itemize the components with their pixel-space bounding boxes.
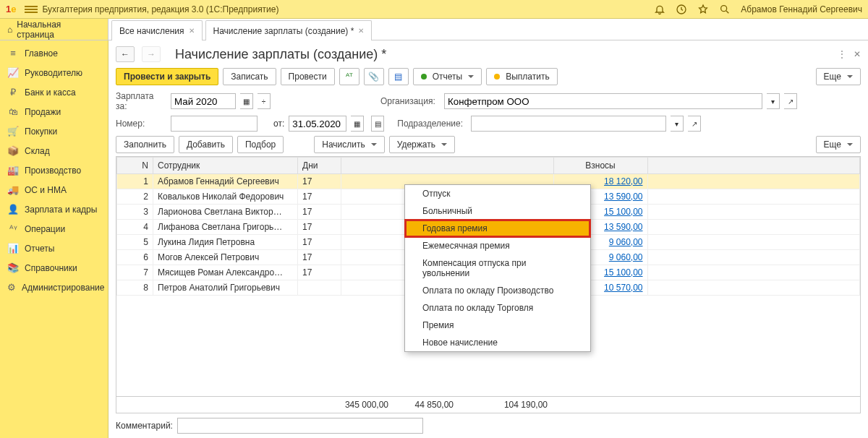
sidebar-item[interactable]: 🏭Производство [0,160,108,180]
pick-button[interactable]: Подбор [237,136,284,153]
cell-tail [647,250,860,265]
sidebar-icon: 🛍 [7,106,19,117]
logo-1c: 1e [6,4,16,14]
add-button[interactable]: Добавить [179,136,233,153]
dtkt-icon[interactable]: ᴬᵀ [339,68,359,85]
date-input[interactable] [289,116,346,132]
number-input[interactable] [171,116,258,132]
sidebar-item-label: Производство [25,166,81,176]
post-and-close-button[interactable]: Провести и закрыть [116,68,218,85]
main-menu-icon[interactable] [25,6,38,13]
sidebar-item[interactable]: ≡Главное [0,43,108,63]
label-dept: Подразделение: [397,119,467,129]
open-icon[interactable]: ↗ [688,116,701,132]
dropdown-icon[interactable]: ▾ [767,93,780,109]
cell-n: 6 [117,250,153,265]
accrue-button[interactable]: Начислить [314,136,384,153]
pay-button[interactable]: Выплатить [486,68,558,85]
cell-days: 17 [298,265,341,280]
sidebar-icon: ₽ [7,87,19,98]
close-icon[interactable]: ✕ [189,27,195,35]
dropdown-item[interactable]: Оплата по окладу Торговля [405,299,590,317]
kebab-icon[interactable]: ⋮ [838,49,846,59]
sidebar-item[interactable]: ᴬᵞОперации [0,219,108,239]
sidebar-item[interactable]: 📈Руководителю [0,63,108,82]
col-n[interactable]: N [117,158,153,174]
save-button[interactable]: Записать [223,68,276,85]
table-footer: 345 000,00 44 850,00 104 190,00 [116,396,860,413]
app-title: Бухгалтерия предприятия, редакция 3.0 (1… [42,4,278,14]
calendar-icon[interactable]: ▦ [240,93,253,109]
accrue-dropdown: ОтпускБольничныйГодовая премияЕжемесячна… [404,184,591,352]
dropdown-item[interactable]: Отпуск [405,185,590,202]
calendar-icon[interactable]: ▦ [351,116,364,132]
svg-point-0 [721,5,727,11]
cell-tail [647,189,860,205]
dropdown-item[interactable]: Компенсация отпуска при увольнении [405,254,590,282]
dropdown-item[interactable]: Годовая премия [405,220,590,237]
dropdown-item[interactable]: Оплата по окладу Производство [405,282,590,299]
close-page-icon[interactable]: ✕ [854,49,861,59]
hold-button[interactable]: Удержать [389,136,455,153]
cell-employee: Петров Анатолий Григорьевич [153,280,298,296]
sidebar-icon: 🛒 [7,126,19,137]
more-button-2[interactable]: Еще [816,136,861,153]
cell-tail [647,205,860,220]
month-input[interactable] [171,93,236,109]
sidebar-item-label: Справочники [25,263,77,273]
dropdown-item[interactable]: Новое начисление [405,334,590,351]
sidebar-item[interactable]: 🛒Покупки [0,121,108,141]
label-from: от: [273,119,284,129]
cell-days: 17 [298,235,341,250]
reports-button[interactable]: Отчеты [413,68,482,85]
tab-payroll-create[interactable]: Начисление зарплаты (создание) * ✕ [205,20,373,40]
star-icon[interactable] [697,4,709,15]
col-days[interactable]: Дни [298,158,341,174]
sidebar-item[interactable]: 🚚ОС и НМА [0,180,108,199]
sidebar-item[interactable]: 📚Справочники [0,258,108,278]
more-button[interactable]: Еще [816,68,861,85]
form-icon[interactable]: ▤ [388,68,409,85]
sidebar-item[interactable]: 📦Склад [0,141,108,160]
home-tab[interactable]: ⌂ Начальная страница [0,19,109,40]
print-icon[interactable]: ▤ [371,116,384,132]
dropdown-item[interactable]: Ежемесячная премия [405,237,590,254]
nav-forward-button[interactable]: → [142,46,161,62]
cell-employee: Могов Алексей Петрович [153,250,298,265]
col-employee[interactable]: Сотрудник [153,158,298,174]
cell-n: 8 [117,280,153,296]
search-icon[interactable] [719,4,731,15]
sidebar-item[interactable]: 📊Отчеты [0,239,108,258]
sidebar-item[interactable]: 👤Зарплата и кадры [0,199,108,219]
org-input[interactable] [444,93,762,109]
sidebar-icon: 🚚 [7,184,19,195]
dropdown-icon[interactable]: ▾ [671,116,684,132]
titlebar-right: Абрамов Геннадий Сергеевич [654,4,862,15]
history-icon[interactable] [676,4,687,15]
total-a: 345 000,00 [328,400,393,410]
spinner-icon[interactable]: ÷ [258,93,271,109]
sidebar-item-label: Склад [25,146,50,156]
attach-icon[interactable]: 📎 [364,68,384,85]
sidebar-item[interactable]: ⚙Администрирование [0,278,108,297]
sidebar-item-label: Главное [25,48,58,59]
bell-icon[interactable] [654,4,665,15]
post-button[interactable]: Провести [281,68,335,85]
open-icon[interactable]: ↗ [784,93,797,109]
nav-back-button[interactable]: ← [116,46,135,62]
dropdown-item[interactable]: Премия [405,317,590,334]
user-name[interactable]: Абрамов Геннадий Сергеевич [741,4,862,14]
tab-all-accruals[interactable]: Все начисления ✕ [111,20,203,40]
sidebar-item[interactable]: 🛍Продажи [0,102,108,121]
sidebar-item-label: Продажи [25,107,61,117]
comment-input[interactable] [177,418,423,434]
title-bar: 1e Бухгалтерия предприятия, редакция 3.0… [0,0,868,19]
dropdown-item[interactable]: Больничный [405,202,590,220]
col-contrib[interactable]: Взносы [553,158,647,174]
fill-button[interactable]: Заполнить [116,136,174,153]
dept-input[interactable] [471,116,666,132]
sidebar-item[interactable]: ₽Банк и касса [0,82,108,102]
col-spacer [341,158,554,174]
close-icon[interactable]: ✕ [358,27,364,35]
sidebar-item-label: ОС и НМА [25,185,67,195]
